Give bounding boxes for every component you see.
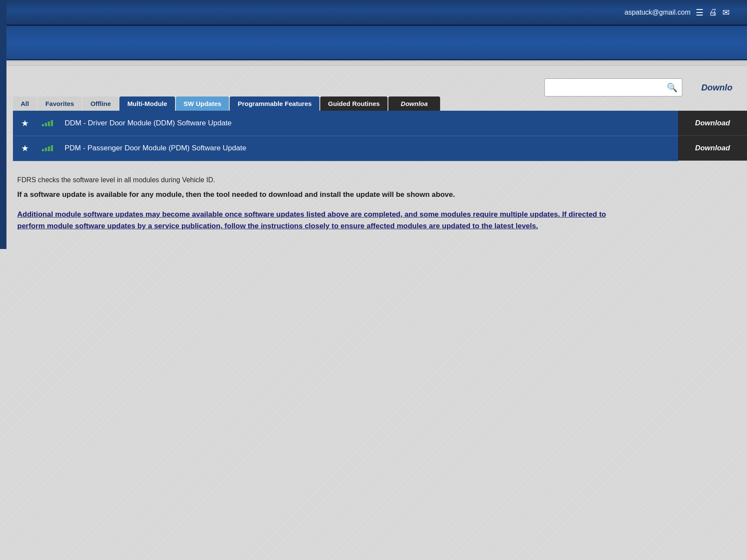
module-table-wrapper: ★ DDM - Driver Door Module (DDM xyxy=(13,111,747,161)
download-buttons-column: Download Download xyxy=(678,111,747,161)
tab-download-button[interactable]: Downloa xyxy=(388,96,440,111)
top-header: aspatuck@gmail.com ☰ 🖨 ✉ xyxy=(0,0,747,26)
module-name-pdm: PDM - Passenger Door Module (PDM) Softwa… xyxy=(58,136,678,161)
signal-bar-3 xyxy=(48,121,50,126)
star-icon-pdm: ★ xyxy=(21,143,29,153)
header-right: aspatuck@gmail.com ☰ 🖨 ✉ xyxy=(625,7,730,18)
table-row: ★ DDM - Driver Door Module (DDM xyxy=(13,111,678,136)
info-line1: FDRS checks the software level in all mo… xyxy=(17,176,625,184)
signal-bar-4 xyxy=(51,145,53,151)
search-icon: 🔍 xyxy=(667,82,678,93)
module-name-ddm: DDM - Driver Door Module (DDM) Software … xyxy=(58,111,678,136)
secondary-stripe xyxy=(0,60,747,65)
tab-multi-module[interactable]: Multi-Module xyxy=(119,96,175,111)
tab-favorites[interactable]: Favorites xyxy=(38,96,82,111)
favorite-cell-pdm[interactable]: ★ xyxy=(13,136,37,161)
favorite-cell-ddm[interactable]: ★ xyxy=(13,111,37,136)
download-pdm-button[interactable]: Download xyxy=(678,136,747,161)
signal-bar-1 xyxy=(42,124,44,126)
main-content: 🔍 Downlo All Favorites Offline Multi-Mod… xyxy=(0,65,747,249)
signal-bar-3 xyxy=(48,146,50,151)
signal-bar-2 xyxy=(45,123,47,126)
search-row: 🔍 Downlo xyxy=(13,78,747,96)
print-icon[interactable]: 🖨 xyxy=(709,7,717,17)
search-container: 🔍 Downlo xyxy=(544,78,747,96)
star-icon-ddm: ★ xyxy=(21,118,29,128)
search-box[interactable]: 🔍 xyxy=(544,78,682,96)
module-table: ★ DDM - Driver Door Module (DDM xyxy=(13,111,678,161)
signal-bar-4 xyxy=(51,120,53,126)
blue-stripe xyxy=(0,26,747,60)
table-row: ★ PDM - Passenger Door Module ( xyxy=(13,136,678,161)
info-section: FDRS checks the software level in all mo… xyxy=(13,172,703,236)
mail-icon[interactable]: ✉ xyxy=(722,7,730,18)
signal-bar-1 xyxy=(42,149,44,151)
download-header-button[interactable]: Downlo xyxy=(687,81,747,95)
left-sidebar xyxy=(0,0,6,249)
download-ddm-button[interactable]: Download xyxy=(678,111,747,136)
tab-programmable-features[interactable]: Programmable Features xyxy=(230,96,319,111)
tab-all[interactable]: All xyxy=(13,96,37,111)
signal-bar-2 xyxy=(45,148,47,151)
user-email: aspatuck@gmail.com xyxy=(625,9,691,16)
signal-bars-pdm xyxy=(37,145,58,151)
info-line2: If a software update is available for an… xyxy=(17,189,625,200)
signal-cell-ddm xyxy=(37,111,58,136)
signal-bars-ddm xyxy=(37,120,58,126)
tab-sw-updates[interactable]: SW Updates xyxy=(176,96,229,111)
tab-offline[interactable]: Offline xyxy=(83,96,119,111)
signal-cell-pdm xyxy=(37,136,58,161)
tab-and-table-section: All Favorites Offline Multi-Module SW Up… xyxy=(13,96,747,236)
info-line3: Additional module software updates may b… xyxy=(17,208,625,232)
menu-icon[interactable]: ☰ xyxy=(696,7,703,18)
tab-nav: All Favorites Offline Multi-Module SW Up… xyxy=(13,96,747,111)
tab-guided-routines[interactable]: Guided Routines xyxy=(320,96,388,111)
